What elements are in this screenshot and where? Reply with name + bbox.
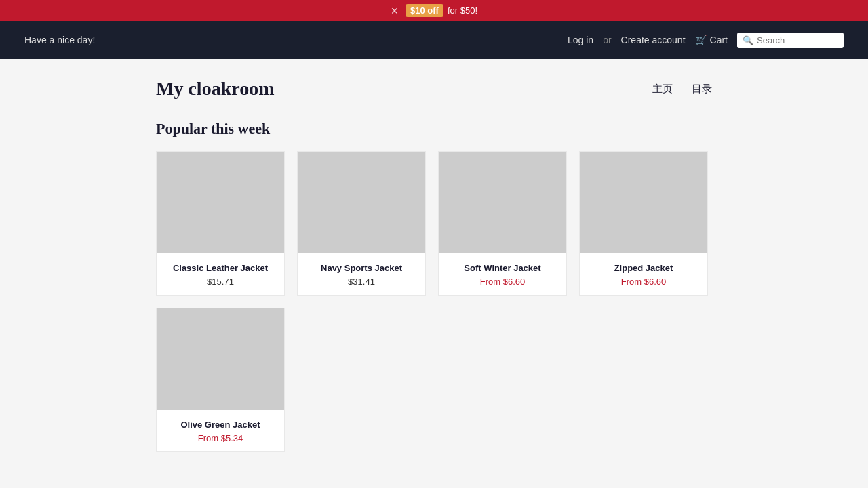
product-card[interactable]: Zipped Jacket From $6.60	[579, 151, 708, 296]
product-price: $31.41	[304, 277, 418, 287]
product-image	[439, 152, 566, 253]
product-price: From $6.60	[587, 277, 701, 287]
create-account-link[interactable]: Create account	[621, 35, 686, 45]
nav-link-home[interactable]: 主页	[652, 83, 673, 96]
product-card[interactable]: Soft Winter Jacket From $6.60	[438, 151, 567, 296]
section-title: Popular this week	[156, 120, 712, 138]
navbar-tagline: Have a nice day!	[24, 35, 95, 45]
announcement-suffix: for $50!	[448, 5, 477, 16]
product-name: Zipped Jacket	[587, 263, 701, 273]
cart-label: Cart	[710, 35, 728, 45]
navbar-right: Log in or Create account 🛒 Cart 🔍	[568, 33, 844, 48]
navbar: Have a nice day! Log in or Create accoun…	[0, 21, 868, 59]
product-info: Soft Winter Jacket From $6.60	[439, 253, 566, 295]
logo: My cloakroom	[156, 78, 274, 100]
search-input[interactable]	[757, 35, 838, 45]
header-nav: 主页 目录	[652, 83, 712, 96]
product-image	[157, 152, 284, 253]
login-link[interactable]: Log in	[568, 35, 593, 45]
announcement-bar: ✕ $10 off for $50!	[0, 0, 868, 21]
cart-icon: 🛒	[695, 35, 707, 45]
product-name: Classic Leather Jacket	[163, 263, 277, 273]
product-card[interactable]: Olive Green Jacket From $5.34	[156, 308, 285, 452]
product-grid: Classic Leather Jacket $15.71 Navy Sport…	[156, 151, 712, 452]
search-icon: 🔍	[743, 35, 753, 45]
product-image	[298, 152, 425, 253]
product-image	[157, 308, 284, 410]
product-name: Olive Green Jacket	[163, 420, 277, 430]
product-price: $15.71	[163, 277, 277, 287]
announcement-tag: $10 off	[406, 4, 443, 17]
product-info: Zipped Jacket From $6.60	[580, 253, 707, 295]
product-card[interactable]: Navy Sports Jacket $31.41	[297, 151, 426, 296]
search-box[interactable]: 🔍	[737, 33, 844, 48]
product-price: From $6.60	[446, 277, 559, 287]
product-name: Navy Sports Jacket	[304, 263, 418, 273]
product-card[interactable]: Classic Leather Jacket $15.71	[156, 151, 285, 296]
product-name: Soft Winter Jacket	[446, 263, 559, 273]
nav-separator: or	[603, 35, 611, 45]
product-price: From $5.34	[163, 433, 277, 443]
product-info: Navy Sports Jacket $31.41	[298, 253, 425, 295]
cart-button[interactable]: 🛒 Cart	[695, 35, 728, 45]
product-image	[580, 152, 707, 253]
nav-link-catalog[interactable]: 目录	[692, 83, 712, 96]
header: My cloakroom 主页 目录	[0, 59, 868, 106]
close-icon[interactable]: ✕	[391, 5, 399, 16]
product-info: Olive Green Jacket From $5.34	[157, 410, 284, 451]
product-info: Classic Leather Jacket $15.71	[157, 253, 284, 295]
main-content: Popular this week Classic Leather Jacket…	[0, 106, 868, 479]
